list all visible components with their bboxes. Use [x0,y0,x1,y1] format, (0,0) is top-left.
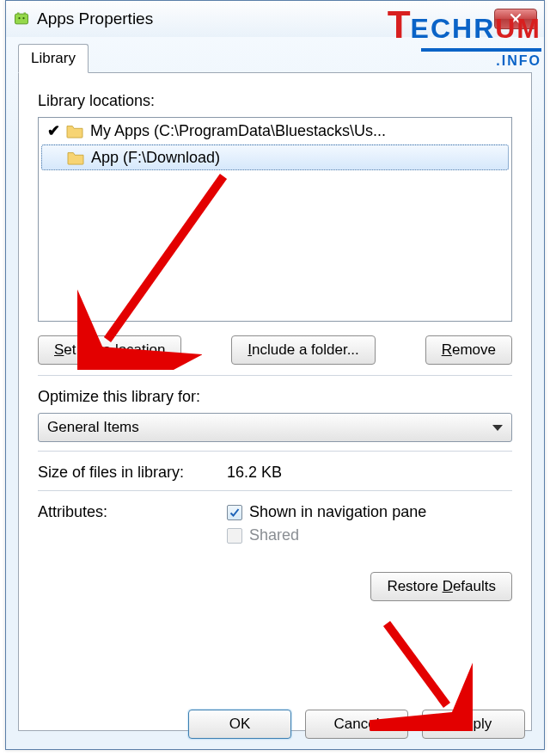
apply-button[interactable]: Apply [422,710,525,739]
divider [38,451,512,452]
size-row: Size of files in library: 16.2 KB [38,464,512,482]
divider [38,375,512,376]
svg-rect-2 [24,13,27,15]
include-folder-button[interactable]: Include a folder... [231,335,376,365]
folder-icon [65,149,86,166]
watermark: T ECHRUM .INFO [388,3,541,69]
checkbox-icon [227,528,242,544]
attributes-label: Attributes: [38,503,227,521]
list-item-label: App (F:\Download) [91,149,220,167]
optimize-combobox[interactable]: General Items [38,413,512,442]
optimize-selected: General Items [47,419,139,436]
restore-row: Restore Defaults [38,572,512,601]
watermark-t: T [388,3,410,46]
ok-button[interactable]: OK [188,710,291,739]
folder-icon [64,122,85,139]
default-check-icon: ✔ [44,121,63,140]
checkbox-icon [227,505,242,520]
shared-label: Shared [249,526,299,544]
watermark-rest: ECHRUM [411,13,541,45]
svg-point-4 [22,17,24,19]
svg-rect-1 [17,13,20,15]
locations-label: Library locations: [38,92,512,110]
watermark-tag: .INFO [496,53,541,69]
remove-button[interactable]: Remove [425,335,512,365]
list-item[interactable]: App (F:\Download) [41,144,509,170]
library-buttons: Set save location Include a folder... Re… [38,335,512,365]
svg-rect-0 [15,14,28,24]
size-label: Size of files in library: [38,464,227,482]
optimize-label: Optimize this library for: [38,388,512,406]
properties-dialog: Apps Properties Library Library location… [5,0,545,750]
svg-point-3 [18,17,20,19]
dialog-footer: OK Cancel Apply [188,710,525,739]
library-locations-list[interactable]: ✔ My Apps (C:\ProgramData\Bluestacks\Us.… [38,117,512,322]
attributes-values: Shown in navigation pane Shared [227,503,426,550]
app-icon [13,10,30,28]
chevron-down-icon [492,425,503,431]
navpane-checkbox-row[interactable]: Shown in navigation pane [227,503,426,521]
size-value: 16.2 KB [227,464,282,482]
divider [38,490,512,491]
watermark-underline [421,48,541,52]
set-save-location-button[interactable]: Set save location [38,335,181,365]
tab-library[interactable]: Library [18,44,89,73]
attributes-row: Attributes: Shown in navigation pane Sha… [38,503,512,550]
navpane-label: Shown in navigation pane [249,503,426,521]
shared-checkbox-row: Shared [227,526,426,544]
tab-panel: Library locations: ✔ My Apps (C:\Program… [18,72,532,731]
cancel-button[interactable]: Cancel [305,710,408,739]
list-item[interactable]: ✔ My Apps (C:\ProgramData\Bluestacks\Us.… [39,118,511,144]
list-item-label: My Apps (C:\ProgramData\Bluestacks\Us... [90,122,386,140]
restore-defaults-button[interactable]: Restore Defaults [370,572,512,601]
